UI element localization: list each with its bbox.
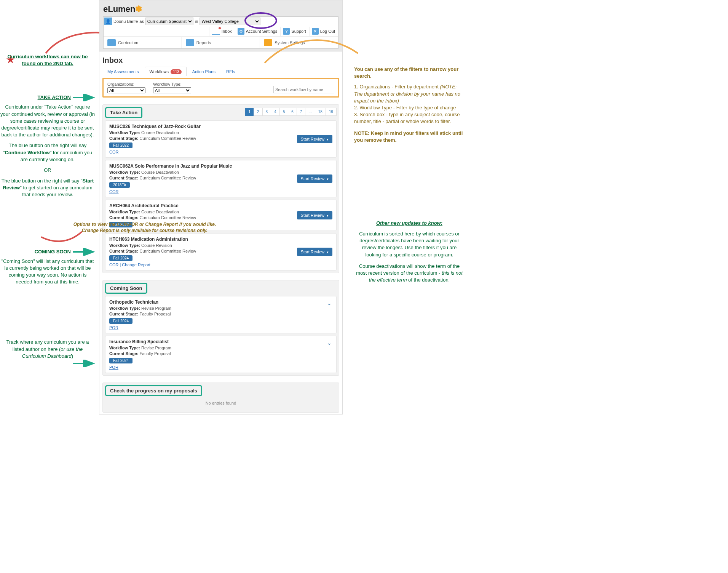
annot-filters-2: 2. Workflow Type - Filter by the type of… (354, 104, 465, 111)
term-badge: Fall 2024 (109, 318, 133, 324)
avatar-icon: 👤 (104, 18, 112, 25)
page-18[interactable]: 18 (315, 108, 326, 116)
page-6[interactable]: 6 (288, 108, 297, 116)
term-badge: Fall 2024 (109, 255, 133, 261)
annot-ta-or: OR (0, 167, 95, 174)
cor-por-note: Options to view the COR/POR or Change Re… (69, 222, 221, 234)
card-title: Insurance Billing Specialist (109, 339, 332, 344)
section-proposals: Check the progress on my proposals No en… (102, 383, 339, 413)
annot-filters-1: 1. Organizations - Filter by department … (354, 83, 465, 104)
nav-curriculum[interactable]: Curriculum (104, 37, 182, 48)
tab-assessments[interactable]: My Assessments (102, 67, 144, 76)
page-7[interactable]: 7 (297, 108, 306, 116)
term-badge: Fall 2024 (109, 358, 133, 363)
page-2[interactable]: 2 (254, 108, 263, 116)
curriculum-icon (107, 39, 116, 46)
page-5[interactable]: 5 (279, 108, 289, 116)
filter-search-input[interactable] (273, 86, 334, 93)
card-title: HTCH063 Medication Administration (109, 237, 332, 242)
term-badge: Fall 2022 (109, 142, 133, 148)
workflow-card: MUSC062A Solo Performance in Jazz and Po… (105, 160, 337, 197)
annot-updates-1: Curriculum is sorted here by which cours… (354, 230, 465, 258)
tab-rfis[interactable]: RFIs (221, 67, 240, 76)
term-badge: 2018FA (109, 182, 130, 188)
no-entries: No entries found (105, 396, 337, 410)
tab-workflows[interactable]: Workflows 113 (145, 67, 187, 76)
coming-soon-header: Coming Soon (105, 283, 147, 294)
annot-filters-note: NOTE: Keep in mind your filters will sti… (354, 130, 465, 144)
annot-filters-3: 3. Search box - type in any subject code… (354, 111, 465, 125)
nav-reports[interactable]: Reports (182, 37, 260, 48)
card-links: POR (109, 365, 332, 370)
annot-ta-body2: The blue button on the right will say "C… (0, 142, 95, 163)
link-por[interactable]: POR (109, 325, 118, 330)
caret-down-icon: ▾ (327, 177, 329, 181)
start-review-button[interactable]: Start Review ▾ (297, 248, 332, 256)
annot-ta-body3: The blue button on the right will say "S… (0, 178, 95, 198)
card-title: ARCH064 Architectural Practice (109, 203, 332, 208)
inbox-icon (212, 28, 220, 35)
workflows-count-badge: 113 (171, 69, 182, 74)
link-cor[interactable]: COR (109, 150, 118, 154)
workflow-card: MUSC026 Techniques of Jazz-Rock GuitarWo… (105, 120, 337, 158)
annot-prop-body: Track where any curriculum you are a lis… (0, 339, 95, 360)
page-3[interactable]: 3 (262, 108, 271, 116)
gear-icon: ⚙ (238, 28, 244, 35)
filter-org-select[interactable]: All (107, 87, 145, 93)
filter-type-label: Workflow Type: (153, 82, 191, 86)
page-4[interactable]: 4 (271, 108, 280, 116)
annot-updates-head: Other new updates to know: (354, 220, 465, 227)
nav-inbox[interactable]: Inbox (209, 27, 234, 36)
link-cor[interactable]: COR (109, 189, 118, 194)
section-coming-soon: Coming Soon Orthopedic TechnicianWorkflo… (102, 280, 339, 376)
annot-take-action-head: TAKE ACTION (38, 94, 71, 101)
annot-filters-head: You can use any of the filters to narrow… (354, 66, 465, 80)
filter-panel: Organizations: All Workflow Type: All (102, 78, 339, 98)
expand-chevron-icon[interactable]: ⌄ (327, 340, 332, 346)
caret-down-icon: ▾ (327, 250, 329, 254)
card-links: COR (109, 189, 332, 194)
annot-ta-body1: Curriculum under "Take Action" require y… (0, 104, 95, 138)
user-name: Doonu Barife (113, 19, 138, 24)
tab-action-plans[interactable]: Action Plans (187, 67, 220, 76)
expand-chevron-icon[interactable]: ⌄ (327, 300, 332, 306)
annot-updates-2: Course deactivations will show the term … (354, 263, 465, 284)
annot-cs-body: "Coming Soon" will list any curriculum t… (0, 258, 95, 286)
page-1[interactable]: 1 (245, 108, 254, 116)
start-review-button[interactable]: Start Review ▾ (297, 174, 332, 183)
start-review-button[interactable]: Start Review ▾ (297, 135, 332, 143)
workflow-card: Orthopedic TechnicianWorkflow Type: Revi… (105, 296, 337, 333)
card-title: MUSC062A Solo Performance in Jazz and Po… (109, 163, 332, 169)
logo: eLumen✽ (103, 3, 338, 16)
card-title: Orthopedic Technician (109, 299, 332, 305)
link-por[interactable]: POR (109, 365, 118, 370)
annot-cs-head: COMING SOON (35, 248, 71, 255)
proposals-header: Check the progress on my proposals (105, 385, 202, 396)
section-take-action: Take Action 1234567...1819 MUSC026 Techn… (102, 104, 339, 273)
card-links: COR (109, 150, 332, 154)
page-...[interactable]: ... (305, 108, 315, 116)
logo-spark-icon: ✽ (135, 4, 142, 14)
start-review-button[interactable]: Start Review ▾ (297, 211, 332, 219)
card-links: POR (109, 325, 332, 330)
annot-workflows-tab: Curriculum workflows can now be found on… (0, 53, 95, 67)
take-action-header: Take Action (105, 107, 142, 118)
reports-icon (186, 39, 194, 46)
card-title: MUSC026 Techniques of Jazz-Rock Guitar (109, 124, 332, 129)
caret-down-icon: ▾ (327, 138, 329, 141)
card-links: COR|Change Report (109, 262, 332, 267)
workflow-card: HTCH063 Medication AdministrationWorkflo… (105, 233, 337, 270)
link-cor[interactable]: COR (109, 262, 118, 267)
role-select[interactable]: Curriculum Specialist (145, 18, 193, 25)
workflow-card: Insurance Billing SpecialistWorkflow Typ… (105, 336, 337, 373)
link-change-report[interactable]: Change Report (122, 262, 150, 267)
filter-type-select[interactable]: All (153, 87, 191, 93)
page-19[interactable]: 19 (326, 108, 337, 116)
pagination: 1234567...1819 (245, 108, 337, 116)
filter-org-label: Organizations: (107, 82, 145, 86)
caret-down-icon: ▾ (327, 214, 329, 218)
org-select[interactable]: West Valley College (200, 18, 260, 25)
